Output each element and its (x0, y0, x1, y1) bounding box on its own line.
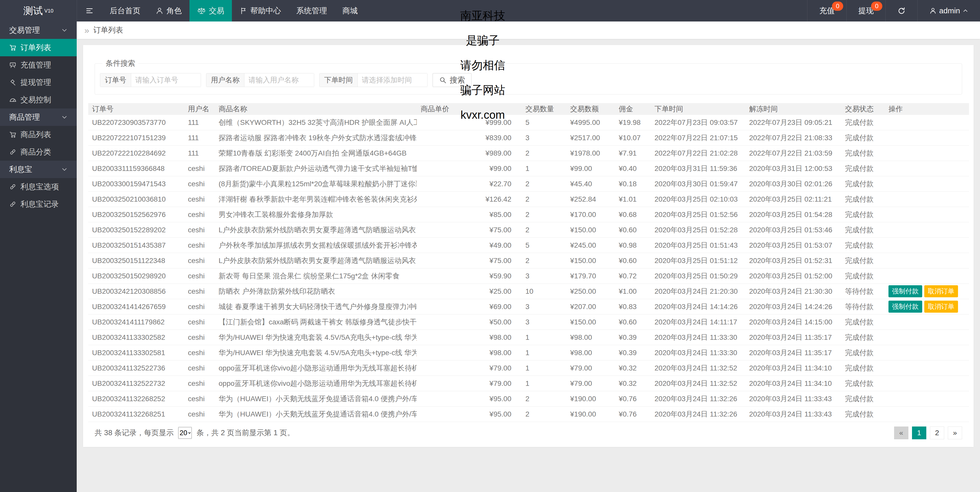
cell-commission: ¥1.01 (615, 192, 651, 207)
cell-operations (885, 222, 969, 238)
cancel-order-button[interactable]: 取消订单 (924, 285, 958, 297)
username-input[interactable] (244, 73, 314, 87)
chevron-down-icon (61, 166, 67, 173)
cell-unfreeze-time: 2022年07月22日 21:03:59 (745, 145, 841, 161)
cell-operations (885, 161, 969, 176)
sidebar-item-lixibao-records[interactable]: 利息宝记录 (0, 195, 77, 213)
cell-unfreeze-time: 2020年03月24日 14:15:00 (745, 315, 841, 330)
cell-order-no: UB2003241132268251 (88, 407, 184, 422)
cell-order-no: UB2003241414267659 (88, 299, 184, 315)
sidebar-item-recharge-mgmt[interactable]: 充值管理 (0, 56, 77, 73)
cell-username: ceshi (184, 299, 215, 315)
cell-unit-price: ¥75.00 (417, 253, 522, 268)
cell-quantity: 2 (522, 145, 566, 161)
page-1-button[interactable]: 1 (912, 427, 926, 439)
sidebar-group-trade[interactable]: 交易管理 (0, 21, 77, 39)
cell-amount: ¥150.00 (566, 253, 615, 268)
app-logo: 测试 V10 (0, 0, 77, 21)
cell-unit-price: ¥75.00 (417, 222, 522, 238)
cell-order-time: 2022年07月23日 09:03:57 (651, 115, 745, 130)
cancel-order-button[interactable]: 取消订单 (924, 300, 958, 313)
sidebar-item-order-list[interactable]: 订单列表 (0, 39, 77, 56)
col-operations: 操作 (885, 103, 969, 115)
cell-product: 新农哥 每日坚果 混合果仁 缤纷坚果仁175g*2盒 休闲零食 (215, 268, 417, 284)
sidebar-item-goods-category[interactable]: 商品分类 (0, 143, 77, 161)
pagination-summary: 共 38 条记录，每页显示 20 条，共 2 页当前显示第 1 页。 (95, 427, 294, 439)
user-icon (929, 7, 937, 14)
nav-item-help[interactable]: 帮助中心 (232, 0, 289, 21)
table-row: UB2003250151122348 ceshi L户外皮肤衣防紫外线防晒衣男女… (88, 253, 969, 268)
cell-amount: ¥179.70 (566, 268, 615, 284)
force-pay-button[interactable]: 强制付款 (888, 300, 922, 313)
cell-unit-price: ¥79.00 (417, 361, 522, 376)
cell-unit-price: ¥25.00 (417, 284, 522, 299)
hamburger-icon[interactable] (77, 0, 102, 21)
cell-order-no: UB2207222102284692 (88, 145, 184, 161)
topbar-actions: 充值 0 提现 0 admin (807, 0, 980, 21)
cell-unit-price: ¥59.90 (417, 268, 522, 284)
cell-product: oppo蓝牙耳机迷你vivo超小隐形运动通用华为无线耳塞超长待机开车 (215, 361, 417, 376)
cell-commission: ¥0.83 (615, 299, 651, 315)
col-unit-price: 商品单价 (417, 103, 522, 115)
withdraw-button[interactable]: 提现 0 (846, 0, 885, 21)
col-unfreeze-time: 解冻时间 (745, 103, 841, 115)
sidebar-item-goods-list[interactable]: 商品列表 (0, 126, 77, 143)
cell-unfreeze-time: 2022年07月23日 09:05:21 (745, 115, 841, 130)
cell-amount: ¥245.00 (566, 238, 615, 253)
cell-order-time: 2020年03月24日 11:32:26 (651, 407, 745, 422)
gauge-icon (9, 96, 16, 103)
page-size-select[interactable]: 20 (178, 427, 192, 439)
nav-item-home[interactable]: 后台首页 (102, 0, 148, 21)
col-status: 交易状态 (841, 103, 885, 115)
cell-amount: ¥1978.00 (566, 145, 615, 161)
username-field-group: 用户名称 (206, 73, 314, 87)
person-icon (156, 7, 163, 14)
cell-product: 华为/HUAWEI 华为快速充电套装 4.5V/5A充电头+type-c线 华为… (215, 345, 417, 361)
order-table-body: UB2207230903573770 111 创维（SKYWORTH）32H5 … (88, 115, 969, 422)
nav-item-role[interactable]: 角色 (148, 0, 189, 21)
cell-order-time: 2020年03月31日 11:59:36 (651, 161, 745, 176)
sidebar-item-lixibao-options[interactable]: 利息宝选项 (0, 178, 77, 195)
search-button[interactable]: 搜索 (433, 73, 471, 87)
cell-unfreeze-time: 2020年03月24日 21:30:30 (745, 284, 841, 299)
cell-status: 完成付款 (841, 145, 885, 161)
order-time-input[interactable] (358, 73, 427, 87)
sidebar-item-trade-control[interactable]: 交易控制 (0, 91, 77, 109)
cell-commission: ¥0.18 (615, 176, 651, 192)
cell-unit-price: ¥999.00 (417, 115, 522, 130)
cell-order-no: UB2003250151435387 (88, 238, 184, 253)
cell-unit-price: ¥79.00 (417, 376, 522, 391)
cell-order-time: 2020年03月24日 14:14:26 (651, 299, 745, 315)
username-label: 用户名称 (206, 73, 244, 87)
table-row: UB2003241411179862 ceshi 【江门新会馆】caxa断码 两… (88, 315, 969, 330)
sidebar-group-lixibao[interactable]: 利息宝 (0, 161, 77, 178)
user-menu[interactable]: admin (917, 0, 980, 21)
cell-commission: ¥0.68 (615, 207, 651, 222)
cell-username: ceshi (184, 361, 215, 376)
refresh-button[interactable] (885, 0, 917, 21)
sidebar-group-goods[interactable]: 商品管理 (0, 109, 77, 126)
prev-page-button[interactable]: « (894, 427, 908, 439)
page-2-button[interactable]: 2 (930, 427, 944, 439)
cell-order-time: 2020年03月24日 14:11:17 (651, 315, 745, 330)
cell-unit-price: ¥85.00 (417, 207, 522, 222)
sidebar-item-withdraw-mgmt[interactable]: 提现管理 (0, 73, 77, 91)
table-row: UB2207222107151239 111 探路者运动服 探路者冲锋衣 19秋… (88, 130, 969, 145)
cell-username: ceshi (184, 222, 215, 238)
nav-item-system[interactable]: 系统管理 (289, 0, 335, 21)
order-no-input[interactable] (131, 73, 201, 87)
recharge-badge: 0 (832, 2, 843, 11)
cell-username: ceshi (184, 315, 215, 330)
cell-order-time: 2020年03月24日 11:32:52 (651, 361, 745, 376)
order-time-field-group: 下单时间 (319, 73, 428, 87)
cell-status: 完成付款 (841, 115, 885, 130)
force-pay-button[interactable]: 强制付款 (888, 285, 922, 297)
next-page-button[interactable]: » (948, 427, 962, 439)
cell-order-time: 2020年03月24日 11:33:30 (651, 330, 745, 345)
cell-status: 完成付款 (841, 130, 885, 145)
nav-item-mall[interactable]: 商城 (335, 0, 365, 21)
recharge-button[interactable]: 充值 0 (807, 0, 846, 21)
cell-unit-price: ¥49.00 (417, 238, 522, 253)
nav-item-trade[interactable]: 交易 (189, 0, 232, 21)
cell-order-time: 2020年03月25日 02:10:03 (651, 192, 745, 207)
